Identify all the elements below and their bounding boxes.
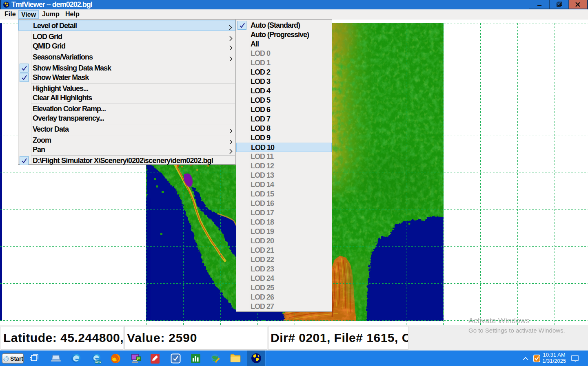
svg-text:BETA: BETA [95, 361, 101, 364]
